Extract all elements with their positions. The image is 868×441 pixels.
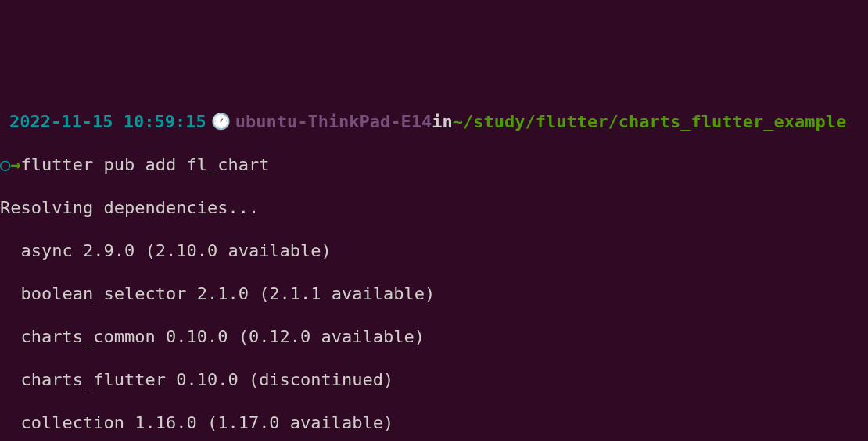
resolving-line: Resolving dependencies...	[0, 197, 868, 219]
dep-line: async 2.9.0 (2.10.0 available)	[0, 240, 868, 262]
prompt-arrow-icon: →	[10, 155, 20, 174]
dep-line: boolean_selector 2.1.0 (2.1.1 available)	[0, 283, 868, 305]
timestamp: 2022-11-15 10:59:15	[9, 111, 206, 133]
dep-line: charts_common 0.10.0 (0.12.0 available)	[0, 326, 868, 348]
hostname: ubuntu-ThinkPad-E14	[235, 111, 432, 133]
dep-line: charts_flutter 0.10.0 (discontinued)	[0, 369, 868, 391]
prompt-circle-icon: ○	[0, 154, 10, 176]
clock-icon: 🕐	[211, 112, 231, 131]
command-text: flutter pub add fl_chart	[21, 155, 270, 174]
command-line: ○→flutter pub add fl_chart	[0, 154, 868, 176]
prompt-header: 2022-11-15 10:59:15 🕐 ubuntu-ThinkPad-E1…	[0, 111, 868, 133]
dep-line: collection 1.16.0 (1.17.0 available)	[0, 412, 868, 434]
in-word: in	[432, 111, 453, 133]
cwd-path: ~/study/flutter/charts_flutter_example	[453, 111, 846, 133]
terminal-output[interactable]: 2022-11-15 10:59:15 🕐 ubuntu-ThinkPad-E1…	[0, 89, 868, 441]
